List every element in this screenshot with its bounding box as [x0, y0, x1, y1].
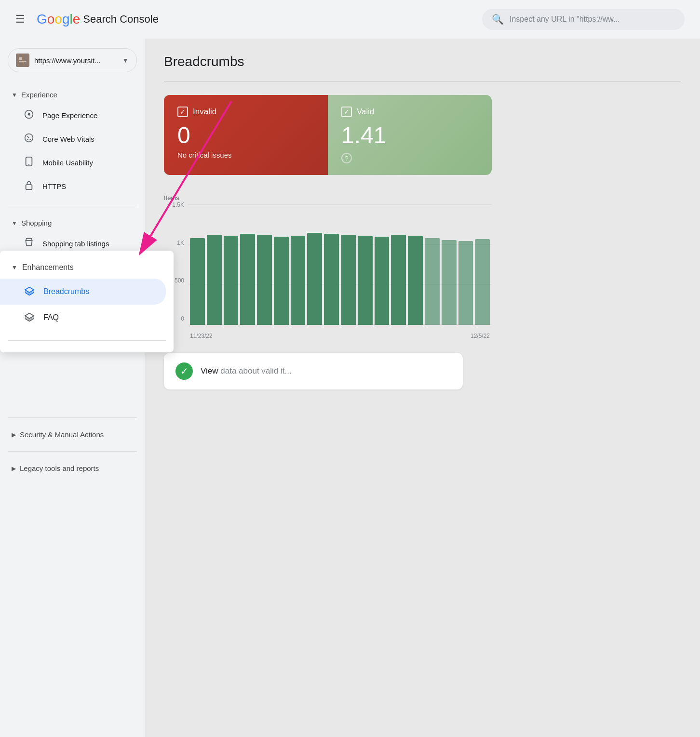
- menu-icon[interactable]: ☰: [15, 13, 25, 26]
- chart-bar-16: [458, 241, 473, 325]
- sidebar-item-core-web-vitals[interactable]: Core Web Vitals: [0, 127, 137, 151]
- page-title: Breadcrumbs: [164, 54, 681, 69]
- chart-bar-15: [442, 240, 457, 325]
- dropdown-bottom-divider: [8, 340, 166, 341]
- chart-bar-6: [291, 236, 306, 325]
- https-label: HTTPS: [42, 182, 66, 190]
- view-data-detail: data about valid it...: [220, 366, 291, 375]
- sidebar-item-breadcrumbs[interactable]: Breadcrumbs: [0, 279, 166, 305]
- gauge-icon: [23, 133, 35, 145]
- legacy-section-header[interactable]: ▶ Legacy tools and reports: [0, 459, 145, 477]
- enhancements-section-header[interactable]: ▼ Enhancements: [0, 258, 174, 279]
- chart-bar-9: [341, 235, 356, 325]
- chart-bar-3: [240, 234, 255, 325]
- core-web-vitals-label: Core Web Vitals: [42, 135, 94, 143]
- shopping-section-label: Shopping: [21, 219, 52, 227]
- expand-arrow-icon-2: ▶: [12, 465, 16, 472]
- chart-bar-8: [324, 234, 339, 325]
- experience-section: ▼ Experience Page Experience: [0, 82, 145, 202]
- chart-bar-13: [408, 236, 423, 325]
- section-divider-3: [8, 451, 137, 452]
- mobile-usability-label: Mobile Usability: [42, 159, 93, 167]
- svg-point-5: [28, 113, 29, 115]
- sidebar-item-mobile-usability[interactable]: Mobile Usability: [0, 151, 137, 174]
- view-bold-text: View: [201, 366, 218, 375]
- experience-section-header[interactable]: ▼ Experience: [0, 86, 145, 104]
- invalid-card-header: ✓ Invalid: [177, 107, 314, 117]
- y-tick-1: 1.5K: [164, 201, 188, 208]
- chart-bar-0: [190, 238, 205, 325]
- valid-check-icon: ✓: [341, 107, 352, 117]
- security-section: ▶ Security & Manual Actions: [0, 422, 145, 447]
- chart-bar-2: [224, 236, 239, 325]
- breadcrumbs-item-label: Breadcrumbs: [43, 287, 89, 296]
- trend-chart: Items 1.5K 1K 500 0: [164, 190, 492, 343]
- chevron-down-icon: ▼: [122, 56, 129, 64]
- faq-item-label: FAQ: [43, 313, 59, 322]
- valid-info: ?: [341, 153, 478, 163]
- shopping-tab-label: Shopping tab listings: [42, 240, 109, 248]
- faq-layers-icon: [23, 311, 36, 324]
- sidebar-item-faq[interactable]: FAQ: [0, 305, 174, 331]
- chart-bars: [188, 204, 492, 325]
- site-selector[interactable]: https://www.yoursit... ▼: [8, 48, 137, 72]
- shopping-section-header[interactable]: ▼ Shopping: [0, 214, 145, 232]
- svg-rect-2: [19, 61, 27, 62]
- valid-label: Valid: [357, 107, 375, 117]
- y-tick-2: 1K: [164, 240, 188, 246]
- chart-bar-7: [307, 233, 322, 325]
- chart-bar-1: [207, 235, 222, 325]
- product-name: Search Console: [83, 13, 159, 26]
- checkmark-icon: ✓: [175, 362, 193, 380]
- view-data-button[interactable]: ✓ View data about valid it...: [164, 353, 463, 389]
- legacy-section-label: Legacy tools and reports: [20, 464, 99, 472]
- sidebar-item-page-experience[interactable]: Page Experience: [0, 104, 137, 127]
- sidebar-item-https[interactable]: HTTPS: [0, 174, 137, 198]
- invalid-description: No critical issues: [177, 151, 314, 159]
- chart-x-labels: 11/23/22 12/5/22: [188, 333, 492, 339]
- google-wordmark: Google: [37, 12, 80, 27]
- chart-bar-11: [375, 237, 390, 325]
- valid-count: 1.41: [341, 124, 478, 147]
- x-tick-end: 12/5/22: [471, 333, 490, 339]
- enhancements-section-label: Enhancements: [22, 263, 74, 272]
- main-layout: https://www.yoursit... ▼ ▼ Experience Pa…: [0, 39, 700, 737]
- invalid-label: Invalid: [193, 107, 216, 117]
- valid-card-header: ✓ Valid: [341, 107, 478, 117]
- invalid-check-icon: ✓: [177, 107, 188, 117]
- invalid-stat-card: ✓ Invalid 0 No critical issues: [164, 95, 328, 175]
- chart-bar-10: [358, 236, 373, 325]
- section-divider-2: [8, 417, 137, 418]
- section-divider-1: [8, 206, 137, 206]
- stats-cards: ✓ Invalid 0 No critical issues ✓ Valid 1…: [164, 95, 492, 175]
- page-experience-label: Page Experience: [42, 111, 97, 120]
- info-icon[interactable]: ?: [341, 153, 352, 163]
- legacy-section: ▶ Legacy tools and reports: [0, 456, 145, 481]
- valid-stat-card: ✓ Valid 1.41 ?: [328, 95, 492, 175]
- chart-bar-12: [391, 235, 406, 325]
- site-favicon: [16, 54, 29, 67]
- url-search-bar[interactable]: 🔍 Inspect any URL in "https://ww...: [482, 9, 685, 30]
- chart-bar-14: [425, 238, 440, 325]
- chart-bar-4: [257, 235, 272, 325]
- lock-icon: [23, 180, 35, 192]
- title-divider: [164, 81, 681, 81]
- chart-y-label: Items: [164, 194, 492, 201]
- enhancements-dropdown: ▼ Enhancements Breadcrumbs: [0, 251, 174, 352]
- app-logo: Google Search Console: [37, 12, 159, 27]
- svg-rect-3: [19, 63, 24, 63]
- svg-rect-1: [19, 57, 22, 60]
- invalid-count: 0: [177, 124, 314, 147]
- search-placeholder-text: Inspect any URL in "https://ww...: [510, 15, 619, 24]
- collapse-arrow-icon: ▼: [12, 92, 17, 98]
- chart-area: 1.5K 1K 500 0 11/23/22: [164, 204, 492, 339]
- security-section-label: Security & Manual Actions: [20, 430, 104, 439]
- search-icon: 🔍: [492, 13, 504, 25]
- sidebar: https://www.yoursit... ▼ ▼ Experience Pa…: [0, 39, 145, 737]
- collapse-arrow-icon-2: ▼: [12, 220, 17, 227]
- chart-bar-5: [274, 237, 289, 325]
- site-url-text: https://www.yoursit...: [34, 56, 117, 65]
- main-content: Breadcrumbs ✓ Invalid 0 No critical issu…: [145, 39, 700, 737]
- security-section-header[interactable]: ▶ Security & Manual Actions: [0, 426, 145, 443]
- svg-point-8: [28, 164, 29, 165]
